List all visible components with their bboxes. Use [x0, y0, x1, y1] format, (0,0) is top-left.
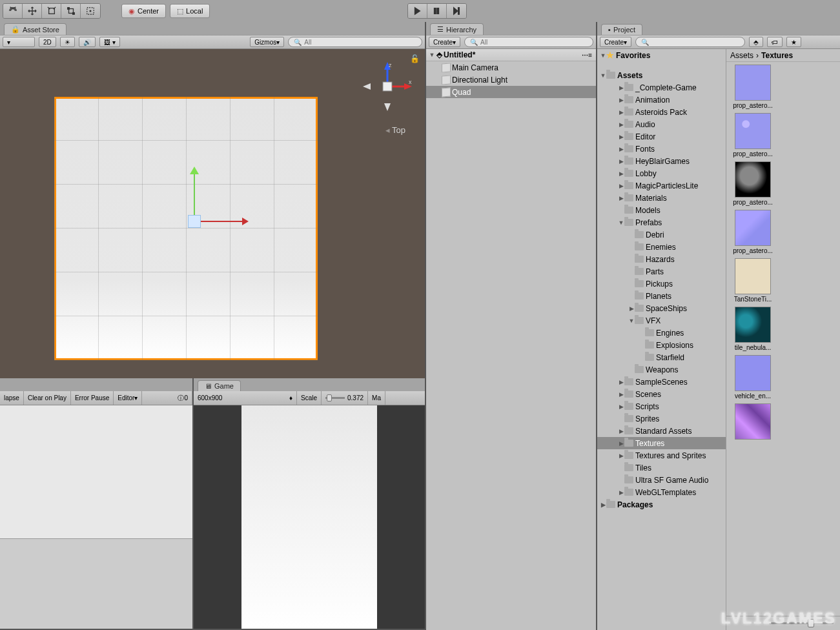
filter-by-type[interactable]: ⬘: [749, 37, 763, 47]
tree-folder[interactable]: Starfield: [597, 351, 726, 363]
game-maximize[interactable]: Ma: [368, 391, 385, 405]
console-info-count[interactable]: ⓘ 0: [174, 391, 192, 405]
tree-folder[interactable]: ▶SampleScenes: [597, 376, 726, 388]
console-body[interactable]: [0, 405, 192, 538]
pivot-center-button[interactable]: ◉Center: [121, 4, 166, 18]
asset-item[interactable]: prop_astero...: [729, 65, 777, 109]
console-editor[interactable]: Editor ▾: [114, 391, 142, 405]
tree-folder[interactable]: ▶Scenes: [597, 388, 726, 400]
scale-tool[interactable]: [61, 4, 81, 18]
asset-breadcrumb[interactable]: Assets›Textures: [726, 49, 840, 62]
tree-folder[interactable]: ▶_Complete-Game: [597, 81, 726, 94]
game-aspect[interactable]: 600x900♦: [194, 391, 297, 405]
asset-item[interactable]: vehicle_en...: [729, 355, 777, 400]
game-view[interactable]: [194, 405, 425, 629]
svg-marker-16: [363, 83, 371, 90]
hierarchy-tab[interactable]: ☰Hierarchy: [430, 23, 484, 35]
tree-folder[interactable]: ▶SpaceShips: [597, 302, 726, 314]
tree-folder[interactable]: ▶MagicParticlesLite: [597, 179, 726, 192]
asset-grid[interactable]: prop_astero...prop_astero...prop_astero.…: [726, 62, 840, 616]
tree-folder[interactable]: ▶Asteroids Pack: [597, 106, 726, 118]
step-button[interactable]: [447, 4, 466, 18]
assets-root-row[interactable]: ▼Assets: [597, 69, 726, 81]
asset-item[interactable]: prop_astero...: [729, 161, 777, 206]
tree-folder[interactable]: Weapons: [597, 363, 726, 376]
tree-folder[interactable]: Ultra SF Game Audio: [597, 474, 726, 486]
hierarchy-item[interactable]: Quad: [426, 86, 596, 98]
tree-folder[interactable]: ▶Textures and Sprites: [597, 449, 726, 462]
game-scale-slider[interactable]: 0.372: [322, 391, 368, 405]
asset-item[interactable]: [729, 403, 777, 441]
project-tree[interactable]: ▼★Favorites ▼Assets ▶_Complete-Game▶Anim…: [597, 49, 726, 630]
tree-folder[interactable]: ▶Audio: [597, 118, 726, 130]
hierarchy-item[interactable]: Directional Light: [426, 74, 596, 86]
asset-item[interactable]: tile_nebula...: [729, 307, 777, 351]
console-clear-on-play[interactable]: Clear on Play: [24, 391, 71, 405]
tree-folder[interactable]: Pickups: [597, 278, 726, 290]
asset-item[interactable]: TanStoneTi...: [729, 258, 777, 303]
tree-folder[interactable]: ▶Standard Assets: [597, 425, 726, 437]
selected-quad[interactable]: [54, 97, 318, 360]
orientation-gizmo[interactable]: z x: [362, 61, 413, 112]
hierarchy-item[interactable]: Main Camera: [426, 61, 596, 74]
gizmos-dropdown[interactable]: Gizmos ▾: [250, 37, 284, 47]
hierarchy-create[interactable]: Create ▾: [429, 37, 460, 47]
tree-folder[interactable]: Planets: [597, 290, 726, 302]
move-gizmo-x[interactable]: [201, 221, 246, 222]
tree-folder[interactable]: Debri: [597, 229, 726, 241]
folder-icon: [624, 427, 633, 434]
shaded-dropdown[interactable]: ▾: [3, 37, 35, 47]
move-tool[interactable]: [23, 4, 42, 18]
tree-folder[interactable]: Parts: [597, 265, 726, 278]
tree-folder[interactable]: Tiles: [597, 462, 726, 474]
tree-folder[interactable]: ▼VFX: [597, 314, 726, 327]
tree-folder[interactable]: ▶Materials: [597, 192, 726, 204]
tree-folder[interactable]: Sprites: [597, 412, 726, 425]
project-create[interactable]: Create ▾: [600, 37, 631, 47]
asset-item[interactable]: prop_astero...: [729, 210, 777, 254]
tree-folder[interactable]: ▶Scripts: [597, 400, 726, 412]
project-search[interactable]: 🔍: [635, 37, 745, 47]
move-gizmo-y[interactable]: [194, 170, 195, 215]
asset-store-tab[interactable]: 🔒Asset Store: [4, 23, 67, 35]
tree-folder[interactable]: ▼Prefabs: [597, 216, 726, 229]
tree-folder[interactable]: Models: [597, 204, 726, 216]
audio-toggle[interactable]: 🔊: [79, 37, 96, 47]
tree-folder[interactable]: ▶Lobby: [597, 167, 726, 179]
lighting-toggle[interactable]: ☀: [60, 37, 75, 47]
tree-folder[interactable]: ▶HeyBlairGames: [597, 155, 726, 167]
tree-folder[interactable]: Hazards: [597, 253, 726, 265]
filter-by-label[interactable]: 🏷: [767, 37, 783, 47]
hierarchy-search[interactable]: 🔍: [464, 37, 593, 47]
tree-folder[interactable]: ▶Animation: [597, 94, 726, 106]
scene-row[interactable]: ▼⬘ Untitled*⋯≡: [426, 49, 596, 61]
packages-row[interactable]: ▶Packages: [597, 498, 726, 511]
hand-tool[interactable]: [3, 4, 23, 18]
tree-folder[interactable]: Engines: [597, 327, 726, 339]
hierarchy-list[interactable]: ▼⬘ Untitled*⋯≡ Main Camera Directional L…: [426, 49, 596, 630]
tree-folder[interactable]: Enemies: [597, 241, 726, 253]
pause-button[interactable]: [427, 4, 447, 18]
rect-tool[interactable]: [81, 4, 100, 18]
move-gizmo-center[interactable]: [188, 215, 201, 228]
folder-icon: [606, 501, 615, 508]
favorites-row[interactable]: ▼★Favorites: [597, 49, 726, 61]
project-tab[interactable]: ▪Project: [601, 24, 642, 35]
scene-view[interactable]: 🔓 z x ◂ Top: [0, 49, 425, 378]
rotate-tool[interactable]: [42, 4, 61, 18]
asset-item[interactable]: prop_astero...: [729, 113, 777, 158]
tree-folder[interactable]: ▶Fonts: [597, 143, 726, 155]
pivot-local-button[interactable]: ⬚Local: [170, 4, 210, 18]
tree-folder[interactable]: ▶Editor: [597, 130, 726, 143]
tree-folder[interactable]: ▶WebGLTemplates: [597, 486, 726, 498]
save-search[interactable]: ★: [786, 37, 801, 47]
scene-search[interactable]: 🔍: [288, 37, 422, 47]
console-collapse[interactable]: lapse: [0, 391, 24, 405]
console-error-pause[interactable]: Error Pause: [71, 391, 114, 405]
tree-folder[interactable]: Explosions: [597, 339, 726, 351]
fx-toggle[interactable]: 🖼 ▾: [99, 37, 120, 47]
2d-toggle[interactable]: 2D: [39, 37, 56, 47]
play-button[interactable]: [408, 4, 427, 18]
tree-folder[interactable]: ▶Textures: [597, 437, 726, 449]
game-tab[interactable]: 🖥Game: [198, 380, 241, 391]
